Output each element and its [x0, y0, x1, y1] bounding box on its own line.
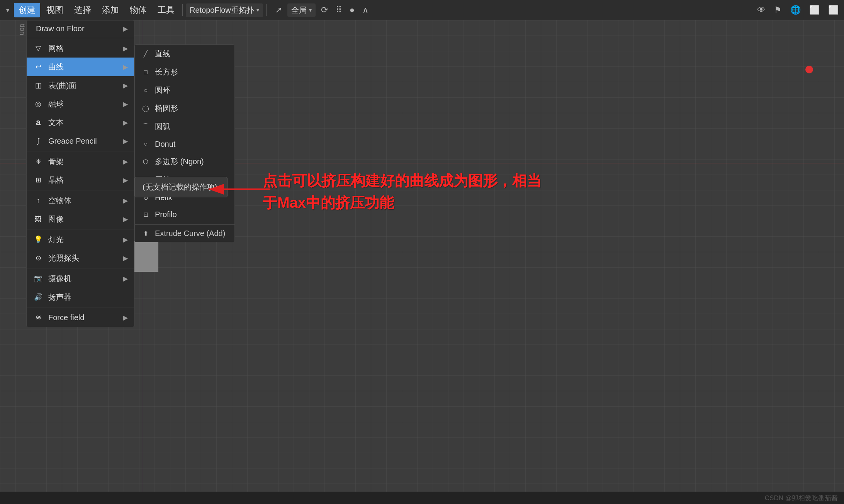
menu-sep-1: [27, 151, 134, 151]
donut-label: Donut: [155, 140, 175, 149]
menu-item-light[interactable]: 💡 灯光 ▶: [27, 230, 134, 249]
submenu-ellipse[interactable]: ◯ 椭圆形: [135, 99, 234, 117]
red-arrow-indicator: [205, 178, 274, 201]
curve-arrow: ▶: [123, 63, 128, 71]
menu-sep-5: [27, 307, 134, 307]
speaker-label: 扬声器: [48, 292, 71, 302]
extrude-label: Extrude Curve (Add): [155, 229, 225, 238]
grease-pencil-label: Greace Pencil: [48, 137, 97, 146]
menu-item-lattice[interactable]: ⊞ 晶格 ▶: [27, 171, 134, 189]
submenu-circle[interactable]: ○ 圆环: [135, 81, 234, 99]
armature-arrow: ▶: [123, 158, 128, 165]
menu-item-curve[interactable]: ↩ 曲线 ▶: [27, 58, 134, 76]
dot-icon[interactable]: ●: [347, 4, 357, 16]
menu-item-force-field[interactable]: ≋ Force field ▶: [27, 308, 134, 327]
metaball-menu-icon: ◎: [33, 98, 44, 109]
globe-icon[interactable]: 🌐: [788, 4, 803, 16]
menu-create[interactable]: 创建: [14, 3, 40, 17]
armature-icon: ✳: [33, 156, 44, 167]
line-label: 直线: [155, 49, 170, 59]
empty-label: 空物体: [48, 195, 71, 206]
bottom-bar: CSDN @卯相爱吃番茄酱: [0, 492, 844, 504]
window-icon-2[interactable]: ⬜: [826, 4, 841, 16]
camera-arrow: ▶: [123, 275, 128, 282]
text-menu-icon: a: [33, 117, 44, 128]
grease-pencil-icon: ∫: [33, 136, 44, 146]
submenu-profilo[interactable]: ⊡ Profilo: [135, 206, 234, 223]
toolbar-icons: ↗ 全局 ▾ ⟳ ⠿ ● ∧: [273, 3, 371, 17]
menu-tools[interactable]: 工具: [153, 3, 179, 17]
draw-on-floor-label: Draw on Floor: [36, 24, 85, 33]
link-icon[interactable]: ⟳: [319, 4, 330, 16]
surface-menu-icon: ◫: [33, 80, 44, 91]
light-arrow: ▶: [123, 236, 128, 243]
text-label: 文本: [48, 117, 64, 128]
wave-icon[interactable]: ∧: [360, 4, 371, 16]
circle-icon: ○: [141, 86, 150, 95]
menu-item-text[interactable]: a 文本 ▶: [27, 113, 134, 132]
ngon-label: 多边形 (Ngon): [155, 156, 204, 167]
cursor-icon[interactable]: ⚑: [772, 4, 784, 16]
lattice-label: 晶格: [48, 175, 64, 185]
image-icon: 🖼: [33, 214, 44, 224]
armature-label: 骨架: [48, 156, 64, 167]
grid-icon[interactable]: ⠿: [333, 4, 344, 16]
menu-item-grease-pencil[interactable]: ∫ Greace Pencil ▶: [27, 132, 134, 150]
menu-add[interactable]: 添加: [97, 3, 124, 17]
light-label: 灯光: [48, 234, 64, 245]
force-field-icon: ≋: [33, 312, 44, 323]
global-icon[interactable]: ↗: [273, 4, 284, 16]
submenu-line[interactable]: ╱ 直线: [135, 45, 234, 63]
grid-arrow: ▶: [123, 45, 128, 52]
empty-icon: ↑: [33, 195, 44, 206]
rectangle-icon: □: [141, 68, 150, 77]
window-icon-1[interactable]: ⬜: [807, 4, 822, 16]
menu-item-armature[interactable]: ✳ 骨架 ▶: [27, 152, 134, 171]
menu-object[interactable]: 物体: [125, 3, 151, 17]
menu-item-metaball[interactable]: ◎ 融球 ▶: [27, 95, 134, 113]
scope-label: 全局: [291, 5, 307, 15]
surface-arrow: ▶: [123, 82, 128, 89]
profilo-icon: ⊡: [141, 210, 150, 219]
camera-icon: 📷: [33, 273, 44, 284]
menu-item-empty[interactable]: ↑ 空物体 ▶: [27, 191, 134, 210]
menu-view[interactable]: 视图: [42, 3, 68, 17]
menu-select[interactable]: 选择: [70, 3, 96, 17]
scope-arrow: ▾: [309, 7, 312, 13]
surface-label: 表(曲)面: [48, 80, 76, 91]
watermark-text: CSDN @卯相爱吃番茄酱: [765, 494, 838, 502]
menu-item-light-probe[interactable]: ⊙ 光照探头 ▶: [27, 249, 134, 267]
menu-item-grid[interactable]: ▽ 网格 ▶: [27, 39, 134, 58]
scope-dropdown[interactable]: 全局 ▾: [287, 3, 316, 17]
menu-item-speaker[interactable]: 🔊 扬声器: [27, 288, 134, 306]
eye-icon[interactable]: 👁: [755, 4, 768, 16]
ellipse-icon: ◯: [141, 104, 150, 113]
menu-draw-on-floor[interactable]: Draw on Floor ▶: [27, 20, 134, 37]
submenu-extrude-curve[interactable]: ⬆ Extrude Curve (Add): [135, 224, 234, 242]
lattice-icon: ⊞: [33, 175, 44, 185]
menu-item-image[interactable]: 🖼 图像 ▶: [27, 210, 134, 228]
submenu-ngon[interactable]: ⬡ 多边形 (Ngon): [135, 153, 234, 171]
toolbar-expand-arrow[interactable]: ▾: [3, 5, 12, 15]
donut-icon: ○: [141, 139, 150, 149]
toolbar-sep-2: [266, 4, 267, 16]
annotation-text: 点击可以挤压构建好的曲线成为图形，相当 于Max中的挤压功能: [263, 170, 542, 214]
submenu-arc[interactable]: ⌒ 圆弧: [135, 117, 234, 136]
draw-on-floor-arrow: ▶: [123, 25, 128, 32]
submenu-rectangle[interactable]: □ 长方形: [135, 63, 234, 81]
menu-item-camera[interactable]: 📷 摄像机 ▶: [27, 269, 134, 288]
profilo-label: Profilo: [155, 210, 177, 219]
top-toolbar: ▾ 创建 视图 选择 添加 物体 工具 RetopoFlow重拓扑 ▾ ↗ 全局…: [0, 0, 844, 20]
curve-menu-icon: ↩: [33, 61, 44, 72]
arc-icon: ⌒: [141, 122, 150, 131]
text-arrow: ▶: [123, 119, 128, 126]
retopo-dropdown[interactable]: RetopoFlow重拓扑 ▾: [186, 3, 263, 17]
edge-text: tion: [0, 20, 26, 39]
submenu-donut[interactable]: ○ Donut: [135, 136, 234, 153]
camera-label: 摄像机: [48, 273, 71, 284]
speaker-icon: 🔊: [33, 292, 44, 302]
menu-item-surface[interactable]: ◫ 表(曲)面 ▶: [27, 76, 134, 95]
light-probe-icon: ⊙: [33, 253, 44, 263]
annotation-line1: 点击可以挤压构建好的曲线成为图形，相当: [263, 170, 542, 192]
grease-pencil-arrow: ▶: [123, 137, 128, 145]
